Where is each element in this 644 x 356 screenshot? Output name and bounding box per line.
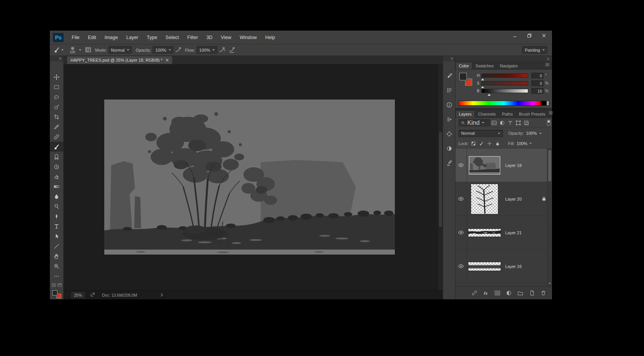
- tab-layers[interactable]: Layers: [455, 110, 475, 118]
- slider-thumb[interactable]: [488, 92, 491, 96]
- tab-channels[interactable]: Channels: [475, 111, 499, 118]
- layer-thumbnail[interactable]: [471, 184, 498, 214]
- restore-button[interactable]: [525, 32, 534, 39]
- tab-brush-presets[interactable]: Brush Presets: [516, 111, 549, 118]
- layer-row-18[interactable]: Layer 18: [455, 149, 552, 182]
- link-layers-button[interactable]: [471, 290, 478, 297]
- menu-window[interactable]: Window: [235, 31, 261, 44]
- more-tools-button[interactable]: [50, 271, 63, 281]
- layer-visibility-toggle[interactable]: [455, 250, 467, 283]
- hue-value-field[interactable]: 0: [531, 73, 544, 78]
- saturation-slider[interactable]: [481, 81, 528, 85]
- delete-layer-button[interactable]: [540, 290, 547, 297]
- type-tool[interactable]: [50, 221, 63, 231]
- canvas-painting[interactable]: [104, 100, 395, 255]
- minimize-button[interactable]: [511, 32, 519, 39]
- tool-presets-panel-icon[interactable]: [444, 158, 454, 168]
- filter-smart-objects-icon[interactable]: [522, 119, 530, 127]
- document-tab[interactable]: HAPPY_TREES.psd @ 25% (Layer 18, RGB/8) …: [67, 56, 172, 64]
- brush-preset-picker[interactable]: 100: [67, 46, 81, 54]
- toggle-brush-panel-button[interactable]: [85, 47, 91, 54]
- healing-brush-tool[interactable]: [50, 132, 63, 142]
- filter-adjustment-layers-icon[interactable]: [498, 119, 506, 127]
- lasso-tool[interactable]: [50, 92, 63, 102]
- add-layer-mask-button[interactable]: [494, 290, 501, 297]
- layers-blend-mode-select[interactable]: Normal: [458, 130, 503, 137]
- layer-style-button[interactable]: fx: [482, 290, 489, 297]
- layer-name[interactable]: Layer 21: [505, 230, 522, 235]
- lock-pixels-icon[interactable]: [478, 140, 485, 147]
- layer-row-20[interactable]: Layer 20: [455, 182, 552, 216]
- new-group-button[interactable]: [517, 290, 524, 297]
- menu-filter[interactable]: Filter: [183, 31, 202, 44]
- scrollbar-thumb[interactable]: [548, 150, 551, 181]
- tab-navigator[interactable]: Navigator: [497, 62, 521, 69]
- fill-value[interactable]: 100%: [516, 141, 527, 146]
- brightness-value-field[interactable]: 16: [531, 88, 544, 94]
- canvas-pasteboard[interactable]: [64, 64, 443, 290]
- brush-panel-icon[interactable]: [444, 71, 454, 80]
- dock-header[interactable]: [455, 56, 552, 62]
- layer-name[interactable]: Layer 20: [505, 197, 522, 201]
- lock-transparency-icon[interactable]: [470, 140, 476, 147]
- blend-mode-select[interactable]: Normal: [108, 46, 132, 54]
- menu-help[interactable]: Help: [261, 31, 279, 44]
- tablet-opacity-icon[interactable]: [175, 47, 181, 54]
- layer-visibility-toggle[interactable]: [455, 149, 467, 182]
- airbrush-icon[interactable]: [219, 47, 225, 54]
- menu-view[interactable]: View: [217, 31, 235, 44]
- menu-layer[interactable]: Layer: [122, 31, 142, 44]
- panel-menu-icon[interactable]: [549, 109, 553, 116]
- opacity-select[interactable]: 100%: [153, 46, 173, 54]
- export-icon[interactable]: [90, 292, 95, 298]
- layer-visibility-toggle[interactable]: [455, 182, 467, 216]
- clone-stamp-tool[interactable]: [50, 152, 63, 162]
- layers-opacity-value[interactable]: 100%: [526, 131, 537, 136]
- adjustment-layer-button[interactable]: [505, 290, 512, 297]
- actions-panel-icon[interactable]: [444, 115, 454, 124]
- pen-tool[interactable]: [50, 211, 63, 221]
- close-button[interactable]: [540, 32, 548, 39]
- canvas-vertical-scrollbar[interactable]: [438, 64, 443, 290]
- scrollbar-thumb[interactable]: [439, 132, 442, 227]
- lock-position-icon[interactable]: [486, 140, 493, 147]
- lock-all-icon[interactable]: [495, 140, 501, 147]
- menu-image[interactable]: Image: [100, 31, 122, 44]
- rectangular-marquee-tool[interactable]: [50, 82, 63, 92]
- layer-row-16[interactable]: Layer 16: [455, 250, 552, 283]
- blur-tool[interactable]: [50, 191, 63, 201]
- filter-type-layers-icon[interactable]: [506, 119, 514, 127]
- layer-thumbnail[interactable]: [468, 229, 501, 237]
- color-spectrum-ramp[interactable]: [458, 101, 549, 106]
- tablet-pressure-icon[interactable]: [229, 47, 235, 54]
- brush-tool[interactable]: [50, 142, 63, 152]
- filter-pixel-layers-icon[interactable]: [490, 119, 498, 127]
- layer-name[interactable]: Layer 18: [505, 163, 522, 168]
- layer-thumbnail[interactable]: [468, 262, 501, 271]
- styles-panel-icon[interactable]: [444, 144, 454, 153]
- screen-mode-button[interactable]: [58, 283, 62, 287]
- layer-visibility-toggle[interactable]: [455, 216, 467, 249]
- menu-select[interactable]: Select: [161, 31, 183, 44]
- layer-name[interactable]: Layer 16: [505, 264, 522, 269]
- history-brush-tool[interactable]: [50, 162, 63, 171]
- close-tab-icon[interactable]: [166, 59, 169, 62]
- zoom-level-field[interactable]: 25%: [71, 292, 85, 298]
- clone-source-panel-icon[interactable]: [444, 129, 454, 139]
- layer-row-21[interactable]: Layer 21: [455, 216, 552, 250]
- tool-preset-picker[interactable]: [54, 47, 64, 54]
- filter-kind-select[interactable]: Kind: [458, 119, 490, 126]
- workspace-select[interactable]: Painting: [522, 46, 547, 54]
- foreground-color-swatch[interactable]: [52, 290, 58, 296]
- flow-select[interactable]: 100%: [197, 46, 217, 54]
- gradient-tool[interactable]: [50, 181, 63, 191]
- panel-menu-icon[interactable]: [545, 61, 550, 68]
- path-selection-tool[interactable]: [50, 231, 63, 241]
- eraser-tool[interactable]: [50, 171, 63, 181]
- brightness-slider[interactable]: [481, 89, 528, 93]
- hue-slider[interactable]: [481, 73, 528, 78]
- tab-paths[interactable]: Paths: [499, 111, 516, 118]
- new-layer-button[interactable]: [528, 290, 535, 297]
- layers-scrollbar[interactable]: [547, 149, 552, 286]
- slider-thumb[interactable]: [481, 85, 484, 88]
